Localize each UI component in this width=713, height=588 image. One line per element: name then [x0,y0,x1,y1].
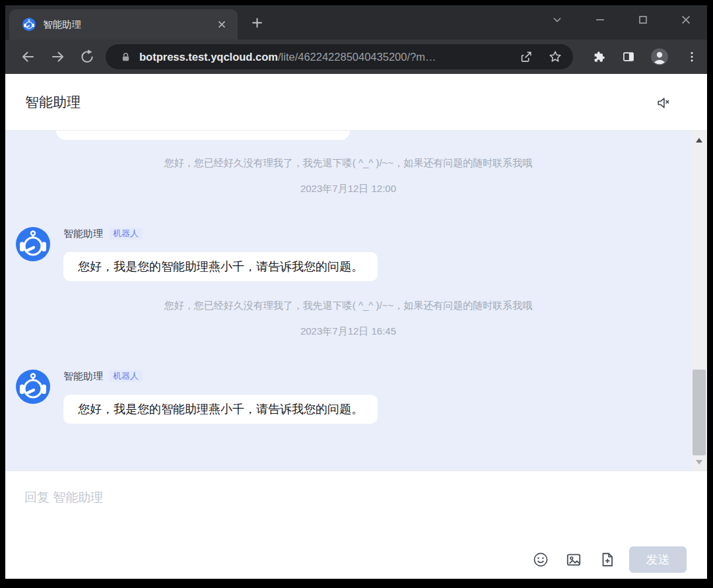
close-window-button[interactable] [679,13,693,26]
chevron-down-icon[interactable] [551,13,564,26]
chat-message-list: 您好，您已经好久没有理我了，我先退下喽( ^_^ )/~~，如果还有问题的随时联… [5,131,691,471]
bot-name: 智能助理 [63,370,103,383]
image-upload-icon[interactable] [565,551,582,568]
speaker-muted-icon[interactable] [656,96,671,110]
bot-avatar [16,370,50,404]
bot-name-row: 智能助理 机器人 [63,370,143,383]
side-panel-icon[interactable] [622,50,635,63]
system-message: 您好，您已经好久没有理我了，我先退下喽( ^_^ )/~~，如果还有问题的随时联… [5,300,691,312]
page-title: 智能助理 [25,74,81,131]
partial-message-bubble [56,131,350,140]
chat-page: 智能助理 您好，您已经好久没有理我了，我先退下喽( ^_^ )/~~，如果还有问… [5,74,707,579]
reload-button[interactable] [79,49,95,65]
timestamp: 2023年7月12日 16:45 [5,325,691,338]
timestamp: 2023年7月12日 12:00 [5,183,691,195]
scrollbar-arrow-down-icon[interactable] [696,460,702,465]
window-controls [551,13,693,26]
tab-title: 智能助理 [43,18,217,31]
robot-favicon-icon [22,18,36,31]
maximize-button[interactable] [636,13,650,26]
address-bar[interactable]: botpress.test.yqcloud.com/lite/462242285… [106,44,573,69]
bot-name: 智能助理 [63,228,103,240]
bot-message-bubble: 您好，我是您的智能助理燕小千，请告诉我您的问题。 [63,395,378,424]
reply-input[interactable] [23,488,527,542]
chat-scrollbar[interactable] [691,131,707,471]
page-header: 智能助理 [5,74,707,131]
minimize-button[interactable] [594,13,607,26]
browser-window: 智能助理 [0,0,713,588]
tab-strip: 智能助理 [5,5,707,40]
bot-badge: 机器人 [109,370,143,382]
emoji-smiley-icon[interactable] [532,551,549,568]
back-button[interactable] [20,49,36,65]
send-button[interactable]: 发送 [629,546,687,573]
bot-message-bubble: 您好，我是您的智能助理燕小千，请告诉我您的问题。 [63,252,378,281]
menu-kebab-icon[interactable] [687,50,696,63]
url-path: /lite/462242285040435200/?m… [278,51,436,63]
scrollbar-arrow-up-icon[interactable] [696,138,702,143]
scrollbar-thumb[interactable] [693,370,706,455]
bot-avatar [16,227,50,261]
file-add-icon[interactable] [599,551,616,568]
extensions-puzzle-icon[interactable] [592,50,605,63]
bot-name-row: 智能助理 机器人 [63,227,143,240]
system-message: 您好，您已经好久没有理我了，我先退下喽( ^_^ )/~~，如果还有问题的随时联… [5,157,691,170]
tab-close-icon[interactable] [217,19,227,30]
browser-tab[interactable]: 智能助理 [9,9,238,40]
forward-button[interactable] [50,49,66,65]
lock-icon[interactable] [120,51,131,63]
new-tab-button[interactable] [251,16,263,29]
url-host: botpress.test.yqcloud.com [139,51,278,63]
browser-toolbar: botpress.test.yqcloud.com/lite/462242285… [5,40,707,74]
composer: 发送 [5,471,707,579]
profile-avatar[interactable] [650,48,669,66]
bookmark-star-icon[interactable] [548,49,562,64]
url-text: botpress.test.yqcloud.com/lite/462242285… [139,51,519,63]
share-icon[interactable] [519,49,533,64]
bot-badge: 机器人 [109,228,143,240]
